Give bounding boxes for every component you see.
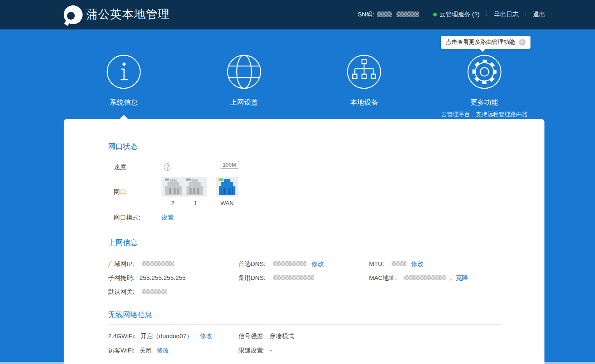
tab-label: 本地设备	[304, 98, 424, 107]
internet-info-grid: 广域网IP: 首选DNS: 修改 MTU: 修改 子网掩码: 255.255.2…	[108, 259, 500, 296]
port-names-row: 2 1 WAN	[161, 200, 238, 206]
port-name: WAN	[216, 200, 238, 206]
tab-system-info[interactable]: 系统信息	[64, 53, 184, 118]
gear-icon	[424, 53, 545, 90]
sn-code: SN码:	[357, 11, 418, 18]
ports-row: 网口:	[108, 177, 500, 206]
masked-value	[142, 261, 174, 266]
masked-value	[142, 289, 167, 294]
tab-internet-settings[interactable]: 上网设置	[184, 53, 304, 118]
masked-value	[273, 261, 307, 266]
wifi-24g-value: 开启（duoduo07）	[141, 332, 193, 339]
field-primary-dns: 首选DNS: 修改	[238, 259, 369, 268]
field-mtu: MTU: 修改	[369, 259, 500, 268]
port-led-icon	[186, 179, 191, 181]
masked-value	[392, 261, 406, 266]
export-logs-menu-item[interactable]: 导出日志	[494, 11, 519, 18]
port-name: 2	[161, 200, 184, 206]
field-subnet-mask: 子网掩码: 255.255.255.255	[108, 273, 238, 282]
sn-masked-value	[397, 11, 419, 17]
tooltip-text: 点击查看更多路由管理功能	[446, 39, 515, 46]
tab-label: 上网设置	[184, 98, 304, 107]
subnet-mask-value: 255.255.255.255	[139, 274, 186, 281]
field-wifi-24g: 2.4GWiFi: 开启（duoduo07） 修改	[108, 332, 238, 340]
lan-ports-panel	[161, 177, 207, 197]
info-icon	[64, 53, 184, 90]
port-mode-settings-link[interactable]: 设置	[161, 214, 174, 222]
edit-dns-link[interactable]: 修改	[311, 260, 324, 267]
main-nav: 系统信息 上网设置 本地设备	[64, 53, 544, 118]
port-led-icon	[219, 179, 223, 181]
section-title-wireless-info: 无线网络信息	[108, 310, 500, 320]
wan-port-panel	[216, 177, 238, 197]
speed-limit-value: -	[270, 347, 272, 354]
section-divider	[108, 252, 500, 252]
lan-port-1-icon	[185, 179, 204, 197]
speed-row: 速度: ? 100M	[108, 163, 500, 172]
app-title: 蒲公英本地管理	[86, 7, 170, 22]
section-divider	[108, 156, 500, 156]
speed-label: 速度:	[114, 163, 161, 171]
section-divider	[108, 324, 500, 325]
bottom-scroll-strip	[0, 362, 595, 364]
tab-label: 系统信息	[64, 98, 184, 107]
edit-guest-wifi-link[interactable]: 修改	[157, 347, 169, 354]
header-divider	[487, 11, 487, 18]
tab-local-devices[interactable]: 本地设备	[304, 53, 424, 118]
field-secondary-dns: 备用DNS:	[238, 273, 369, 282]
masked-value	[273, 275, 314, 280]
tab-label: 更多功能	[424, 98, 545, 107]
ports-label: 网口:	[114, 177, 161, 206]
help-icon[interactable]: ?	[164, 163, 171, 171]
devices-icon	[304, 53, 424, 90]
port-led-icon	[165, 179, 169, 181]
field-speed-limit: 限速设置: -	[238, 346, 500, 355]
close-icon[interactable]: ✕	[519, 39, 526, 46]
field-mac-address: MAC地址: ， 克隆	[369, 273, 500, 282]
wan-port-icon	[218, 179, 237, 197]
port-name: 1	[184, 200, 207, 206]
clone-mac-link[interactable]: 克隆	[456, 274, 468, 281]
tab-more-features[interactable]: 更多功能 云管理平台，支持远程管理路由器	[424, 53, 545, 118]
top-header: 蒲公英本地管理 SN码: 云管理服务 (?) 导出日志 退出	[0, 0, 595, 30]
sn-masked-value	[377, 11, 392, 17]
field-default-gateway: 默认网关:	[108, 287, 238, 296]
online-status-dot-icon	[433, 13, 437, 16]
lan-port-2-icon	[164, 179, 183, 197]
brand-logo-icon	[64, 5, 83, 24]
masked-value	[404, 275, 446, 280]
section-title-internet-info: 上网信息	[108, 238, 500, 247]
wan-speed-badge: 100M	[220, 161, 239, 169]
header-menu: SN码: 云管理服务 (?) 导出日志 退出	[357, 0, 545, 29]
guest-wifi-value: 关闭	[139, 347, 152, 354]
edit-mtu-link[interactable]: 修改	[411, 260, 424, 267]
port-mode-row: 网口模式: 设置	[108, 213, 500, 222]
sn-label: SN码:	[357, 11, 374, 18]
wireless-info-grid: 2.4GWiFi: 开启（duoduo07） 修改 信号强度: 穿墙模式 访客W…	[108, 332, 500, 355]
field-signal-strength: 信号强度: 穿墙模式	[238, 332, 500, 340]
cloud-service-label: 云管理服务 (?)	[440, 11, 480, 18]
mac-separator: ，	[448, 274, 454, 281]
signal-strength-value: 穿墙模式	[270, 332, 294, 339]
port-mode-label: 网口模式:	[114, 214, 161, 222]
header-divider	[426, 11, 426, 18]
cloud-service-menu-item[interactable]: 云管理服务 (?)	[433, 11, 480, 18]
field-wan-ip: 广域网IP:	[108, 259, 238, 268]
content-card: 网口状态 速度: ? 100M 网口:	[64, 119, 544, 364]
logout-menu-item[interactable]: 退出	[533, 11, 545, 18]
tab-subtitle: 云管理平台，支持远程管理路由器	[424, 111, 545, 118]
edit-wifi-24g-link[interactable]: 修改	[200, 332, 212, 339]
section-title-port-status: 网口状态	[108, 119, 500, 151]
field-guest-wifi: 访客WiFi: 关闭 修改	[108, 346, 238, 355]
globe-icon	[184, 53, 304, 90]
more-features-tooltip: 点击查看更多路由管理功能 ✕	[441, 36, 530, 49]
header-divider	[526, 11, 526, 18]
